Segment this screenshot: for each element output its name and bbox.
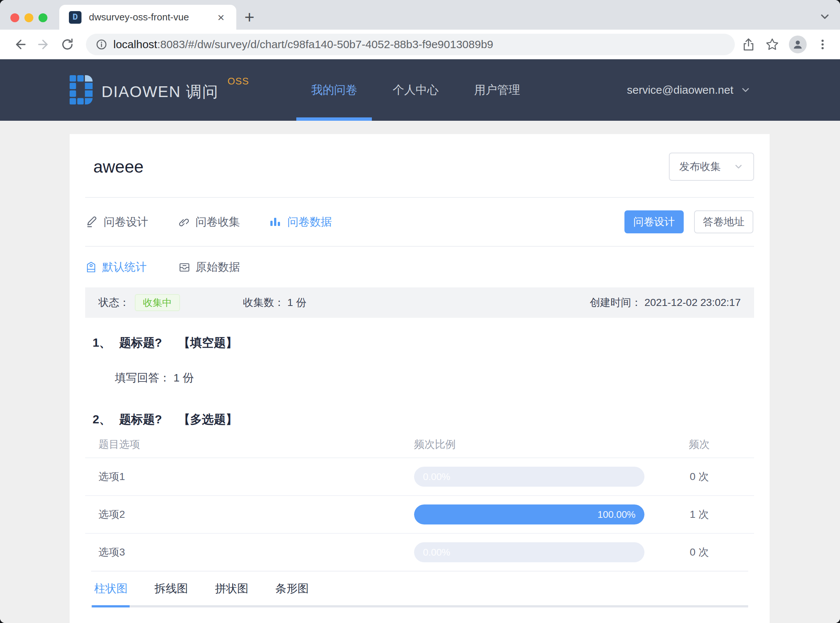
share-icon[interactable] bbox=[742, 37, 756, 52]
frequency-value: 0 次 bbox=[644, 470, 754, 484]
created-time-value: 2021-12-02 23:02:17 bbox=[644, 297, 741, 308]
survey-design-button[interactable]: 问卷设计 bbox=[624, 210, 684, 233]
archive-icon bbox=[178, 261, 190, 273]
bar-label: 100.00% bbox=[598, 505, 636, 525]
tab-survey-design[interactable]: 问卷设计 bbox=[85, 215, 148, 230]
favicon-icon: D bbox=[69, 11, 81, 24]
close-window-button[interactable] bbox=[11, 13, 19, 22]
bar-chart-icon bbox=[269, 216, 282, 228]
address-bar[interactable]: localhost:8083/#/dw/survey/d/chart/c98fa… bbox=[86, 34, 735, 55]
frequency-value: 0 次 bbox=[644, 545, 754, 559]
question-type: 【填空题】 bbox=[178, 335, 238, 351]
nav-item-personal-center[interactable]: 个人中心 bbox=[379, 59, 452, 121]
browser-tab[interactable]: D dwsurvey-oss-front-vue × bbox=[59, 5, 236, 30]
chrome-tab-strip: D dwsurvey-oss-front-vue × + bbox=[0, 0, 840, 30]
menu-dots-icon[interactable] bbox=[816, 38, 829, 51]
tab-label: 问卷设计 bbox=[104, 215, 148, 230]
status-bar: 状态： 收集中 收集数： 1 份 创建时间： 2021-12-02 23:02:… bbox=[85, 287, 754, 318]
survey-actions: 问卷设计 答卷地址 bbox=[624, 210, 753, 233]
question-text: 题标题? bbox=[119, 335, 162, 351]
chart-tab-line[interactable]: 拆线图 bbox=[152, 581, 190, 596]
zoom-window-button[interactable] bbox=[38, 13, 48, 22]
chrome-toolbar: localhost:8083/#/dw/survey/d/chart/c98fa… bbox=[0, 30, 840, 59]
tab-close-icon[interactable]: × bbox=[215, 11, 227, 24]
new-tab-button[interactable]: + bbox=[244, 7, 254, 28]
created-time-label: 创建时间： bbox=[590, 297, 641, 308]
chart-tab-column[interactable]: 柱状图 bbox=[92, 581, 130, 596]
table-row: 选项3 0.00% 0 次 bbox=[85, 533, 754, 571]
browser-window: D dwsurvey-oss-front-vue × + localhost:8… bbox=[0, 0, 840, 623]
options-table: 题目选项 频次比例 频次 选项1 0.00% 0 次 bbox=[85, 431, 754, 571]
question-1-title: 1、 题标题? 【填空题】 bbox=[85, 335, 754, 351]
ratio-bar: 0.00% bbox=[414, 467, 644, 487]
chevron-down-icon bbox=[733, 161, 744, 172]
pencil-icon bbox=[85, 216, 98, 228]
nav-item-my-surveys[interactable]: 我的问卷 bbox=[298, 59, 370, 121]
question-2-title: 2、 题标题? 【多选题】 bbox=[85, 411, 754, 428]
publish-collect-select[interactable]: 发布收集 bbox=[669, 153, 754, 181]
table-row: 选项1 0.00% 0 次 bbox=[85, 457, 754, 495]
url-text: localhost:8083/#/dw/survey/d/chart/c98fa… bbox=[113, 38, 494, 51]
chart-tab-pie[interactable]: 拼状图 bbox=[213, 581, 251, 596]
profile-avatar[interactable] bbox=[789, 35, 807, 53]
header-option: 题目选项 bbox=[85, 437, 414, 451]
status-badge: 收集中 bbox=[135, 294, 180, 311]
subtab-default-stats[interactable]: 默认统计 bbox=[85, 259, 147, 275]
url-path: :8083/#/dw/survey/d/chart/c98fa140-50b7-… bbox=[157, 38, 493, 51]
info-icon bbox=[95, 38, 107, 51]
diaowen-logo-icon bbox=[70, 75, 93, 105]
subtab-raw-data[interactable]: 原始数据 bbox=[178, 259, 240, 275]
brand-name: DIAOWEN 调问 bbox=[101, 81, 219, 102]
subtab-label: 原始数据 bbox=[196, 259, 240, 275]
chart-tabs-track bbox=[91, 605, 748, 608]
question-2: 2、 题标题? 【多选题】 题目选项 频次比例 频次 选项1 bbox=[85, 411, 754, 571]
account-menu[interactable]: service@diaowen.net bbox=[627, 84, 751, 96]
title-row: aweee 发布收集 bbox=[85, 134, 754, 197]
bar-label: 0.00% bbox=[423, 542, 451, 562]
survey-card: aweee 发布收集 问卷设计 问卷收集 问卷数据 bbox=[70, 134, 769, 623]
back-icon[interactable] bbox=[8, 37, 32, 52]
ratio-bar: 100.00% bbox=[414, 505, 644, 525]
tab-survey-data[interactable]: 问卷数据 bbox=[269, 215, 332, 230]
chart-type-tabs: 柱状图 拆线图 拼状图 条形图 bbox=[85, 571, 754, 596]
minimize-window-button[interactable] bbox=[25, 13, 33, 22]
page-background: aweee 发布收集 问卷设计 问卷收集 问卷数据 bbox=[0, 121, 840, 623]
tab-list-chevron-icon[interactable] bbox=[819, 11, 831, 23]
forward-icon[interactable] bbox=[32, 37, 55, 52]
publish-collect-label: 发布收集 bbox=[679, 160, 733, 174]
stats-subtabs-row: 默认统计 原始数据 bbox=[85, 247, 754, 287]
traffic-lights bbox=[11, 13, 48, 22]
nav-item-user-management[interactable]: 用户管理 bbox=[461, 59, 533, 121]
account-email: service@diaowen.net bbox=[627, 84, 733, 96]
bookmark-star-icon[interactable] bbox=[765, 37, 779, 52]
option-label: 选项3 bbox=[85, 545, 414, 559]
answer-value: 1 份 bbox=[173, 371, 194, 384]
brand[interactable]: DIAOWEN 调问 OSS bbox=[70, 75, 249, 105]
survey-title: aweee bbox=[94, 157, 144, 176]
site-header: DIAOWEN 调问 OSS 我的问卷 个人中心 用户管理 service@di… bbox=[0, 59, 840, 121]
answer-label: 填写回答： bbox=[115, 371, 170, 384]
reload-icon[interactable] bbox=[55, 37, 79, 52]
survey-tabs-row: 问卷设计 问卷收集 问卷数据 问卷设计 答卷地址 bbox=[85, 198, 754, 246]
brand-badge: OSS bbox=[227, 75, 249, 87]
question-text: 题标题? bbox=[119, 411, 162, 428]
tag-icon bbox=[85, 261, 97, 273]
header-ratio: 频次比例 bbox=[414, 437, 644, 451]
tab-survey-collect[interactable]: 问卷收集 bbox=[177, 215, 240, 230]
created-time: 创建时间： 2021-12-02 23:02:17 bbox=[590, 296, 741, 310]
option-label: 选项2 bbox=[85, 508, 414, 522]
link-icon bbox=[177, 216, 190, 228]
question-index: 1、 bbox=[93, 335, 111, 351]
subtab-label: 默认统计 bbox=[102, 259, 147, 275]
bar-label: 0.00% bbox=[423, 467, 451, 487]
chevron-down-icon bbox=[740, 84, 751, 95]
tab-title: dwsurvey-oss-front-vue bbox=[89, 11, 208, 23]
chart-tab-bar[interactable]: 条形图 bbox=[273, 581, 311, 596]
answer-url-button[interactable]: 答卷地址 bbox=[694, 210, 753, 233]
tab-label: 问卷收集 bbox=[196, 215, 240, 230]
header-frequency: 频次 bbox=[644, 437, 754, 451]
status-label: 状态： bbox=[98, 296, 130, 310]
option-label: 选项1 bbox=[85, 470, 414, 484]
table-header: 题目选项 频次比例 频次 bbox=[85, 431, 754, 457]
collect-count: 收集数： 1 份 bbox=[243, 296, 306, 310]
